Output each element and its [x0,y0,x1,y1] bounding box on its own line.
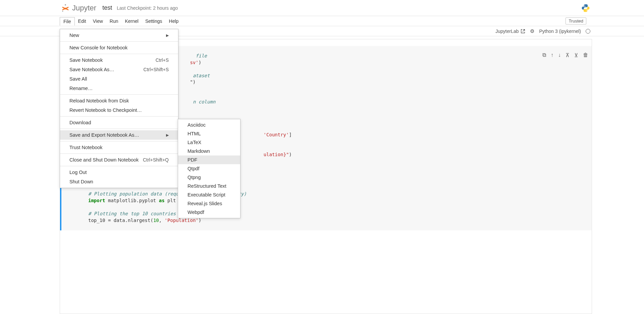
jupyter-brand: Jupyter [72,4,96,12]
menu-kernel[interactable]: Kernel [121,17,142,25]
menu-help[interactable]: Help [166,17,182,25]
menu-file[interactable]: File [60,17,75,26]
header: Jupyter test Last Checkpoint: 2 hours ag… [0,0,644,16]
menu-view[interactable]: View [90,17,106,25]
chevron-right-icon: ▶ [166,33,169,37]
trusted-badge[interactable]: Trusted [566,17,586,25]
menubar: File Edit View Run Kernel Settings Help … [0,16,644,26]
notebook-title[interactable]: test [102,4,112,11]
svg-point-1 [62,11,63,12]
external-link-icon [521,29,525,34]
menu-run[interactable]: Run [106,17,122,25]
svg-point-3 [586,10,587,11]
jupyterlab-label: JupyterLab [495,29,519,34]
svg-point-2 [584,5,585,5]
svg-point-0 [65,4,66,5]
logo-area: Jupyter test Last Checkpoint: 2 hours ag… [61,3,178,13]
python-logo-icon [581,3,590,13]
gear-icon[interactable]: ⚙ [530,28,534,34]
kernel-status-icon[interactable] [586,29,590,34]
kernel-name[interactable]: Python 3 (ipykernel) [539,29,581,34]
jupyterlab-link[interactable]: JupyterLab [495,29,525,34]
file-dropdown: New ▶ New Console for Notebook Save Note… [60,29,178,36]
menu-edit[interactable]: Edit [75,17,90,25]
jupyter-logo-icon [61,3,70,13]
menu-new[interactable]: New ▶ [60,31,178,36]
menu-settings[interactable]: Settings [142,17,166,25]
checkpoint-text: Last Checkpoint: 2 hours ago [117,5,178,11]
